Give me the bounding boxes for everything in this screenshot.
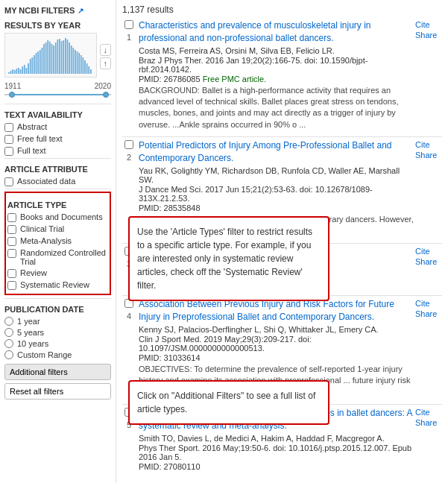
filter-radio-10years[interactable]: 10 years <box>4 339 111 348</box>
label-10years: 10 years <box>17 339 48 348</box>
article-checkbox-1[interactable] <box>124 20 133 31</box>
article-type-section: ARTICLE TYPE Books and DocumentsClinical… <box>4 192 111 295</box>
checkbox-abstract[interactable] <box>4 123 13 132</box>
svg-rect-33 <box>72 48 74 74</box>
filter-radio-1year[interactable]: 1 year <box>4 317 111 326</box>
sidebar: MY NCBI FILTERS ↗ RESULTS BY YEAR <box>0 0 116 483</box>
pub-date-label: PUBLICATION DATE <box>4 305 111 314</box>
results-count: 1,137 results <box>122 4 442 15</box>
article-number-2: 2 <box>127 153 131 162</box>
svg-rect-37 <box>81 55 82 74</box>
free-pmc-1[interactable]: Free PMC article. <box>203 75 267 83</box>
filter-checkbox-books-documents[interactable]: Books and Documents <box>7 212 108 222</box>
share-btn-4[interactable]: Share <box>415 309 437 318</box>
cite-btn-4[interactable]: Cite <box>415 299 430 308</box>
divider-1 <box>4 104 111 104</box>
label-systematic-review: Systematic Review <box>20 280 89 289</box>
article-journal-4: Clin J Sport Med. 2019 May;29(3):209-217… <box>139 335 415 353</box>
label-meta-analysis: Meta-Analysis <box>20 236 72 245</box>
article-divider-1 <box>122 136 442 137</box>
reset-filters-button[interactable]: Reset all filters <box>4 383 111 400</box>
checkbox-article-2[interactable] <box>124 140 133 149</box>
filter-checkbox-clinical-trial[interactable]: Clinical Trial <box>7 224 108 234</box>
year-slider-right-handle[interactable] <box>103 92 109 98</box>
cite-share-5: Cite Share <box>415 407 442 427</box>
filter-radio-custom[interactable]: Custom Range <box>4 350 111 359</box>
svg-rect-32 <box>71 45 72 74</box>
svg-rect-23 <box>53 45 54 74</box>
article-title-4[interactable]: Association Between Previous Injury and … <box>139 298 415 323</box>
article-journal-2: J Dance Med Sci. 2017 Jun 15;21(2):53-63… <box>139 185 415 203</box>
checkbox-article-1[interactable] <box>124 20 133 29</box>
additional-filters-button[interactable]: Additional filters <box>4 364 111 380</box>
svg-rect-16 <box>40 50 41 74</box>
cite-share-2: Cite Share <box>415 139 442 160</box>
svg-rect-28 <box>63 40 64 74</box>
svg-rect-19 <box>45 42 47 74</box>
radio-1year[interactable] <box>4 317 13 326</box>
checkbox-rct[interactable] <box>7 249 16 258</box>
cite-btn-1[interactable]: Cite <box>415 20 430 29</box>
label-clinical-trial: Clinical Trial <box>20 224 64 233</box>
share-btn-3[interactable]: Share <box>415 257 437 266</box>
article-checkbox-2[interactable] <box>124 140 133 151</box>
checkbox-clinical-trial[interactable] <box>7 225 16 234</box>
checkbox-books-documents[interactable] <box>7 213 16 222</box>
filter-checkbox-full-text[interactable]: Full text <box>4 146 111 156</box>
article-authors-4: Kenny SJ, Palacios-Derflingher L, Shi Q,… <box>139 325 415 334</box>
filter-checkbox-systematic-review[interactable]: Systematic Review <box>7 280 108 290</box>
filter-checkbox-meta-analysis[interactable]: Meta-Analysis <box>7 236 108 246</box>
checkbox-review[interactable] <box>7 269 16 278</box>
filter-checkbox-free-full-text[interactable]: Free full text <box>4 134 111 144</box>
svg-rect-40 <box>86 63 88 74</box>
svg-rect-14 <box>36 53 37 74</box>
share-year-btn[interactable]: ↑ <box>100 57 112 69</box>
svg-rect-11 <box>30 59 31 74</box>
ncbi-filters-label: MY NCBI FILTERS <box>4 6 75 15</box>
external-link-icon[interactable]: ↗ <box>78 7 83 15</box>
additional-filters-tooltip: Click on "Additional Filters" to see a f… <box>128 380 329 425</box>
article-title-2[interactable]: Potential Predictors of Injury Among Pre… <box>139 139 415 165</box>
cite-btn-2[interactable]: Cite <box>415 140 430 149</box>
radio-custom[interactable] <box>4 350 13 359</box>
filter-radio-5years[interactable]: 5 years <box>4 328 111 337</box>
checkbox-meta-analysis[interactable] <box>7 237 16 246</box>
results-by-year-label: RESULTS BY YEAR <box>4 21 111 30</box>
divider-2 <box>4 158 111 159</box>
share-btn-1[interactable]: Share <box>415 31 437 40</box>
article-attribute-label: ARTICLE ATTRIBUTE <box>4 165 111 174</box>
article-journal-1: Braz J Phys Ther. 2016 Jan 19;20(2):166-… <box>139 56 415 74</box>
radio-5years[interactable] <box>4 328 13 337</box>
share-btn-5[interactable]: Share <box>415 418 437 427</box>
year-start-label: 1911 <box>4 82 21 90</box>
svg-rect-5 <box>18 68 19 74</box>
svg-rect-8 <box>24 65 25 74</box>
article-authors-5: Smith TO, Davies L, de Medici A, Hakim A… <box>139 434 415 443</box>
checkbox-full-text[interactable] <box>4 147 13 156</box>
cite-btn-3[interactable]: Cite <box>415 247 430 256</box>
ncbi-filters-header: MY NCBI FILTERS ↗ <box>4 6 111 15</box>
article-abstract-1: BACKGROUND: Ballet is a high-performance… <box>139 85 415 131</box>
share-btn-2[interactable]: Share <box>415 151 437 160</box>
filter-checkbox-rct[interactable]: Randomized Controlled Trial <box>7 248 108 266</box>
label-1year: 1 year <box>17 317 40 326</box>
checkbox-free-full-text[interactable] <box>4 135 13 144</box>
svg-rect-2 <box>12 69 13 74</box>
year-slider-left-handle[interactable] <box>9 92 15 98</box>
cite-btn-5[interactable]: Cite <box>415 408 430 417</box>
article-number-4: 4 <box>127 312 131 321</box>
filter-checkbox-review[interactable]: Review <box>7 268 108 278</box>
filter-checkbox-abstract[interactable]: Abstract <box>4 122 111 132</box>
radio-10years[interactable] <box>4 339 13 348</box>
download-icon-btn[interactable]: ↓ <box>100 44 112 56</box>
svg-rect-12 <box>31 57 33 74</box>
tooltip-article-type-text: Use the 'Article Types' filter to restri… <box>137 227 312 291</box>
filter-checkbox-associated-data[interactable]: Associated data <box>4 177 111 186</box>
svg-rect-13 <box>34 55 35 74</box>
pmid-2: PMID: 28535848 <box>139 203 415 212</box>
checkbox-systematic-review[interactable] <box>7 281 16 290</box>
article-title-1[interactable]: Characteristics and prevalence of muscul… <box>139 19 415 45</box>
svg-rect-25 <box>57 40 58 74</box>
svg-rect-1 <box>10 71 12 74</box>
checkbox-associated-data[interactable] <box>4 177 13 186</box>
